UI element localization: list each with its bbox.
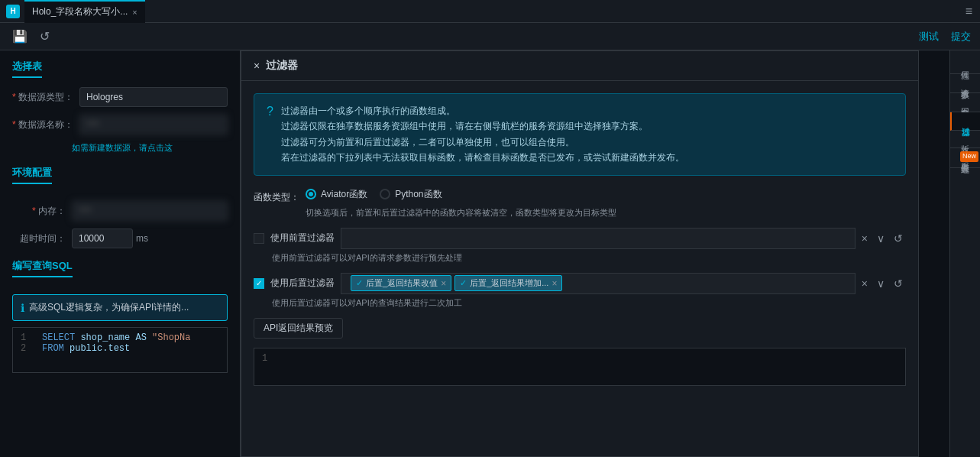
left-panel: 选择表 * 数据源类型： * 数据源名称： •••• 如需新建数据源，请点击这 … (0, 50, 241, 457)
right-sidebar: 属性 请求参数 返回参数 过滤器 版本 New 服务资源组 (949, 50, 980, 457)
sql-info-text: 高级SQL逻辑复杂，为确保API详情的... (29, 301, 189, 314)
dialog-close-icon[interactable]: × (254, 60, 260, 72)
sidebar-item-version[interactable]: 版本 (950, 131, 980, 148)
dialog-header: × 过滤器 (241, 51, 918, 81)
datasource-type-input[interactable] (79, 87, 228, 107)
pre-filter-row: 使用前置过滤器 × ∨ ↺ 使用前置过滤器可以对API的请求参数进行预先处理 (254, 228, 906, 264)
radio-aviator-label: Aviator函数 (321, 188, 367, 201)
timeout-unit: ms (136, 233, 148, 244)
func-type-label: 函数类型： (254, 188, 299, 204)
tag-2-close-icon[interactable]: × (551, 278, 557, 289)
datasource-name-input[interactable]: •••• (79, 115, 228, 135)
datasource-name-row: * 数据源名称： •••• (12, 115, 228, 135)
save-button[interactable]: 💾 (9, 26, 31, 47)
pre-filter-text-input[interactable] (348, 233, 849, 244)
post-filter-tags-area[interactable]: ✓ 后置_返回结果改值 × ✓ 后置_返回结果增加... × (341, 273, 855, 294)
post-filter-refresh-icon[interactable]: ↺ (891, 276, 906, 291)
section-sql: 编写查询SQL ℹ 高级SQL逻辑复杂，为确保API详情的... 1 SELEC… (12, 259, 228, 373)
pre-filter-hint: 使用前置过滤器可以对API的请求参数进行预先处理 (272, 252, 906, 264)
app-icon: H (6, 5, 20, 18)
sidebar-version-label: 版本 (959, 138, 970, 140)
sidebar-item-service-group[interactable]: New 服务资源组 (950, 148, 980, 168)
post-filter-header: 使用后置过滤器 ✓ 后置_返回结果改值 × (254, 273, 906, 294)
post-filter-label: 使用后置过滤器 (270, 277, 335, 290)
refresh-button[interactable]: ↺ (37, 26, 53, 47)
radio-aviator[interactable]: Aviator函数 (306, 188, 367, 201)
timeout-label: 超时时间： (12, 232, 66, 245)
pre-filter-refresh-icon[interactable]: ↺ (891, 231, 906, 246)
func-type-options: Aviator函数 Python函数 切换选项后，前置和后置过滤器中的函数内容将… (306, 188, 616, 219)
section-select-table: 选择表 * 数据源类型： * 数据源名称： •••• 如需新建数据源，请点击这 (12, 60, 228, 154)
memory-input[interactable]: •••• (72, 201, 228, 221)
info-banner-icon: ? (267, 105, 273, 118)
test-button[interactable]: 测试 (919, 30, 939, 44)
datasource-type-label: * 数据源类型： (12, 91, 73, 104)
sidebar-item-properties[interactable]: 属性 (950, 57, 980, 74)
tab-close-icon[interactable]: × (132, 8, 137, 17)
toolbar: 💾 ↺ 测试 提交 (0, 23, 980, 50)
post-filter-dropdown-icon[interactable]: ∨ (874, 276, 888, 291)
sidebar-item-return-params[interactable]: 返回参数 (950, 93, 980, 112)
tag-2-check-icon: ✓ (460, 278, 467, 288)
sql-info-bar: ℹ 高级SQL逻辑复杂，为确保API详情的... (12, 294, 228, 321)
post-filter-tags: ✓ 后置_返回结果改值 × ✓ 后置_返回结果增加... × (348, 274, 849, 293)
func-type-hint: 切换选项后，前置和后置过滤器中的函数内容将被清空，函数类型将更改为目标类型 (306, 207, 616, 219)
datasource-name-label: * 数据源名称： (12, 118, 73, 131)
sidebar-filter-label: 过滤器 (960, 120, 971, 122)
title-tab[interactable]: Holo_字段名称大写小... × (24, 0, 145, 23)
sidebar-return-params-label: 返回参数 (959, 101, 970, 104)
pre-filter-clear-icon[interactable]: × (859, 231, 871, 246)
info-banner: ? 过滤器由一个或多个顺序执行的函数组成。 过滤器仅限在独享数据服务资源组中使用… (254, 93, 906, 176)
radio-row: Aviator函数 Python函数 (306, 188, 616, 201)
tag-1-label: 后置_返回结果改值 (366, 277, 438, 289)
tag-1-check-icon: ✓ (356, 278, 363, 288)
func-type-row: 函数类型： Aviator函数 Python函数 (254, 188, 906, 219)
sidebar-item-request-params[interactable]: 请求参数 (950, 74, 980, 93)
info-line-2: 过滤器仅限在独享数据服务资源组中使用，请在右侧导航栏的服务资源组中选择独享方案。 (281, 118, 684, 134)
sql-line-num-2: 2 (21, 343, 33, 354)
sidebar-item-filter[interactable]: 过滤器 (950, 112, 980, 131)
radio-python-label: Python函数 (395, 188, 441, 201)
api-preview-button[interactable]: API返回结果预览 (254, 318, 343, 339)
pre-filter-dropdown-icon[interactable]: ∨ (874, 231, 888, 246)
tag-1-close-icon[interactable]: × (441, 278, 446, 289)
pre-filter-header: 使用前置过滤器 × ∨ ↺ (254, 228, 906, 249)
radio-aviator-circle[interactable] (306, 189, 316, 199)
sql-line-2: 2 FROM public.test (21, 343, 219, 354)
datasource-type-row: * 数据源类型： (12, 87, 228, 107)
new-badge-service: New (960, 151, 978, 162)
center-panel: × 过滤器 ? 过滤器由一个或多个顺序执行的函数组成。 过滤器仅限在独享数据服务… (241, 50, 949, 457)
submit-button[interactable]: 提交 (951, 30, 971, 44)
sql-line-content-2: FROM public.test (42, 343, 130, 354)
title-menu-icon[interactable]: ≡ (965, 5, 974, 18)
preview-line-num: 1 (262, 353, 267, 364)
pre-filter-input[interactable] (341, 228, 855, 249)
main-layout: 选择表 * 数据源类型： * 数据源名称： •••• 如需新建数据源，请点击这 … (0, 50, 980, 457)
post-filter-checkbox[interactable] (254, 278, 264, 289)
new-datasource-hint[interactable]: 如需新建数据源，请点击这 (72, 142, 228, 154)
tab-label: Holo_字段名称大写小... (32, 5, 128, 18)
title-bar: H Holo_字段名称大写小... × ≡ (0, 0, 980, 23)
sql-line-num-1: 1 (21, 332, 33, 343)
post-filter-tag-2[interactable]: ✓ 后置_返回结果增加... × (454, 275, 562, 291)
dialog-body: ? 过滤器由一个或多个顺序执行的函数组成。 过滤器仅限在独享数据服务资源组中使用… (241, 81, 918, 456)
post-filter-clear-icon[interactable]: × (859, 276, 871, 291)
memory-label: * 内存： (12, 205, 66, 218)
info-line-1: 过滤器由一个或多个顺序执行的函数组成。 (281, 103, 684, 118)
radio-python[interactable]: Python函数 (380, 188, 441, 201)
section-select-table-title: 选择表 (12, 60, 42, 78)
memory-row: * 内存： •••• (12, 201, 228, 221)
timeout-row: 超时时间： ms (12, 228, 228, 248)
preview-area: 1 (254, 348, 906, 386)
info-line-3: 过滤器可分为前置和后置过滤器，二者可以单独使用，也可以组合使用。 (281, 135, 684, 150)
post-filter-row: 使用后置过滤器 ✓ 后置_返回结果改值 × (254, 273, 906, 309)
sql-editor[interactable]: 1 SELECT shop_name AS "ShopNa 2 FROM pub… (12, 327, 228, 373)
pre-filter-checkbox[interactable] (254, 233, 264, 244)
section-sql-title: 编写查询SQL (12, 259, 73, 277)
timeout-input[interactable] (72, 228, 133, 248)
filter-dialog: × 过滤器 ? 过滤器由一个或多个顺序执行的函数组成。 过滤器仅限在独享数据服务… (241, 50, 919, 457)
sql-line-content-1: SELECT shop_name AS "ShopNa (42, 332, 190, 343)
radio-python-circle[interactable] (380, 189, 390, 199)
post-filter-tag-1[interactable]: ✓ 后置_返回结果改值 × (351, 275, 451, 291)
sidebar-request-params-label: 请求参数 (959, 82, 970, 85)
